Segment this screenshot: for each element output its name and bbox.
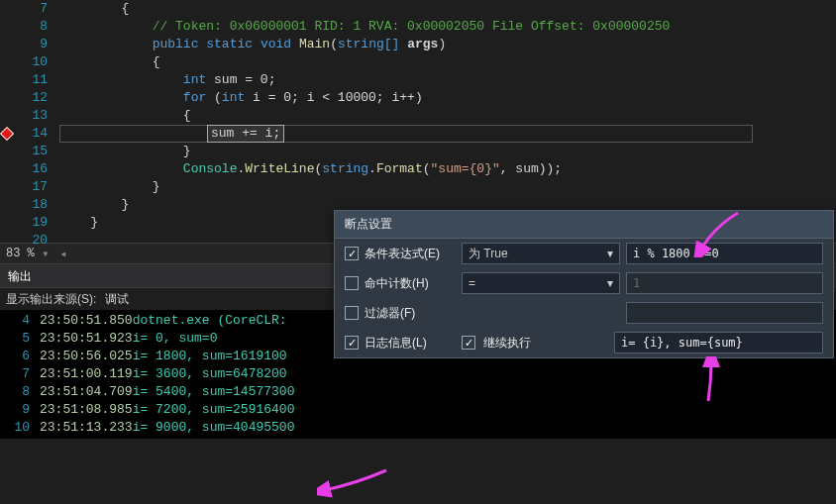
line-number: 7 [0, 0, 59, 18]
chevron-down-icon: ▾ [607, 276, 613, 290]
line-number: 18 [0, 196, 59, 214]
output-line: 823:51:04.709 i= 5400, sum=14577300 [0, 383, 836, 401]
breakpoint-settings-title: 断点设置 [335, 211, 833, 239]
line-number: 9 [0, 36, 59, 53]
line-number: 20 [0, 232, 59, 250]
output-line: 923:51:08.985 i= 7200, sum=25916400 [0, 401, 836, 419]
line-number: 12 [0, 89, 59, 107]
filter-input[interactable] [626, 302, 823, 324]
continue-checkbox[interactable] [462, 336, 475, 350]
line-number: 8 [0, 18, 59, 36]
hitcount-type-select[interactable]: =▾ [462, 272, 620, 294]
breakpoint-settings-popup: 断点设置 条件表达式(E) 为 True▾ 命中计数(H) =▾ 过滤器(F) … [334, 210, 834, 358]
log-message-input[interactable] [614, 332, 823, 353]
breakpoint-marker[interactable] [0, 125, 14, 143]
output-line: 1023:51:13.233 i= 9000, sum=40495500 [0, 419, 836, 437]
output-source-label: 显示输出来源(S): [6, 288, 96, 310]
output-line: 723:51:00.119 i= 3600, sum=6478200 [0, 365, 836, 383]
line-number: 10 [0, 53, 59, 71]
filter-checkbox[interactable] [345, 306, 359, 320]
chevron-down-icon: ▾ [607, 247, 613, 260]
annotation-arrow-bottom [317, 465, 396, 504]
line-number: 19 [0, 214, 59, 232]
line-number: 13 [0, 107, 59, 125]
line-number: 15 [0, 143, 59, 160]
filter-label: 过滤器(F) [365, 305, 456, 322]
condition-checkbox[interactable] [345, 247, 359, 260]
line-number: 16 [0, 160, 59, 178]
log-label: 日志信息(L) [365, 335, 456, 352]
continue-label: 继续执行 [483, 335, 531, 352]
log-checkbox[interactable] [345, 336, 359, 350]
hitcount-label: 命中计数(H) [365, 275, 456, 292]
condition-label: 条件表达式(E) [365, 246, 456, 262]
condition-expression-input[interactable] [626, 243, 823, 264]
line-number: 11 [0, 71, 59, 89]
condition-type-select[interactable]: 为 True▾ [462, 243, 620, 264]
breakpoint-diamond-icon [0, 127, 14, 141]
code-editor[interactable]: 7 { 8 // Token: 0x06000001 RID: 1 RVA: 0… [0, 0, 836, 243]
output-source-select[interactable]: 调试 [104, 287, 130, 311]
hitcount-value-input[interactable] [626, 272, 823, 294]
hitcount-checkbox[interactable] [345, 276, 359, 290]
line-number: 17 [0, 178, 59, 196]
